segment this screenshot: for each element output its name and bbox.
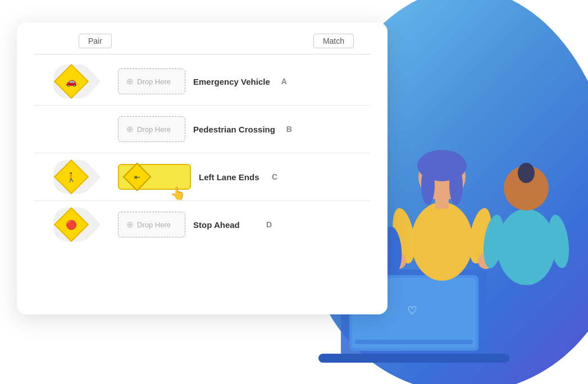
row-a: 🚗 ⊕ Drop Here Emergency Vehicle A	[34, 58, 371, 106]
drop-zone-container-c: ⇤ 👆 Left Lane Ends C	[112, 164, 371, 190]
match-label-d: Stop Ahead	[193, 220, 255, 230]
match-label-a: Emergency Vehicle	[193, 77, 270, 86]
header-divider	[34, 54, 371, 54]
stop-icon: 🔴	[66, 220, 77, 230]
sign-container-b	[34, 112, 112, 146]
matching-card: Pair Match 🚗 ⊕ Drop Here Emergency Vehic…	[17, 22, 388, 314]
cursor-pointer: 👆	[170, 186, 185, 201]
sign-wrapper-d: 🔴	[53, 208, 93, 241]
drop-text-a: Drop Here	[137, 77, 171, 86]
drop-zone-b[interactable]: ⊕ Drop Here	[118, 116, 185, 142]
svg-point-23	[518, 163, 535, 183]
lane-sign-dragging: ⇤	[123, 163, 152, 191]
drop-icon-a: ⊕	[126, 76, 134, 86]
letter-d: D	[261, 220, 272, 229]
sign-container-a: 🚗	[34, 65, 112, 98]
row-b: ⊕ Drop Here Pedestrian Crossing B	[34, 106, 371, 153]
sign-container-d: 🔴	[34, 208, 112, 241]
drop-zone-a[interactable]: ⊕ Drop Here	[118, 68, 185, 94]
letter-a: A	[276, 77, 287, 86]
row-c: 🚶 ⇤ 👆 Left Lane Ends C	[34, 153, 371, 201]
sign-container-c: 🚶	[34, 160, 112, 194]
svg-rect-2	[318, 354, 509, 363]
drop-icon-d: ⊕	[126, 220, 134, 230]
svg-point-8	[421, 166, 435, 205]
letter-b: B	[281, 125, 292, 134]
match-label-b: Pedestrian Crossing	[193, 125, 275, 134]
pedestrian-icon: 🚶	[66, 172, 77, 182]
card-header: Pair Match	[34, 34, 371, 48]
svg-text:♡: ♡	[407, 304, 417, 317]
svg-point-5	[411, 202, 473, 281]
drop-text-d: Drop Here	[137, 221, 171, 229]
svg-point-21	[497, 209, 555, 285]
drop-zone-container-a: ⊕ Drop Here Emergency Vehicle A	[112, 68, 371, 94]
car-sign-a: 🚗	[54, 64, 89, 99]
stop-sign-d: 🔴	[54, 207, 89, 242]
pair-header: Pair	[79, 34, 112, 48]
svg-rect-10	[435, 198, 449, 209]
drop-zone-container-b: ⊕ Drop Here Pedestrian Crossing B	[112, 116, 371, 142]
drop-icon-b: ⊕	[126, 124, 134, 134]
drop-zone-container-d: ⊕ Drop Here Stop Ahead D	[112, 212, 371, 237]
svg-rect-26	[355, 340, 473, 344]
car-icon: 🚗	[66, 76, 77, 87]
drop-zone-c-active[interactable]: ⇤ 👆	[118, 164, 191, 190]
sign-wrapper-a: 🚗	[53, 65, 93, 98]
pedestrian-sign-c: 🚶	[54, 159, 89, 194]
sign-wrapper-c: 🚶	[53, 160, 93, 194]
drop-text-b: Drop Here	[137, 125, 171, 134]
svg-point-9	[449, 166, 463, 205]
match-header: Match	[313, 34, 354, 48]
letter-c: C	[266, 172, 277, 181]
drop-zone-d[interactable]: ⊕ Drop Here	[118, 212, 185, 237]
row-d: 🔴 ⊕ Drop Here Stop Ahead D	[34, 201, 371, 248]
match-label-c: Left Lane Ends	[199, 172, 261, 182]
